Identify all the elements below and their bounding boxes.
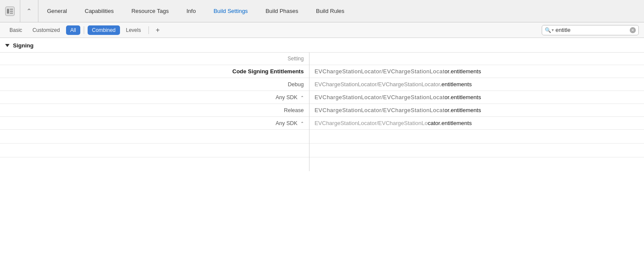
filter-levels-button[interactable]: Levels xyxy=(122,25,145,35)
svg-rect-0 xyxy=(7,9,9,13)
empty-row-3 xyxy=(0,157,644,171)
signing-collapse-icon[interactable] xyxy=(5,44,9,47)
main-content: Signing Setting Code Signing Entitlement… xyxy=(0,38,644,171)
col-value-header xyxy=(309,53,644,65)
tab-build-phases[interactable]: Build Phases xyxy=(257,0,307,22)
row-code-signing-value[interactable]: EVChargeStationLocator/EVChargeStationLo… xyxy=(309,65,644,78)
row-release-anysdk-value[interactable]: EVChargeStationLocator/EVChargeStationLo… xyxy=(309,117,644,130)
filter-divider xyxy=(84,26,84,34)
settings-table: Setting Code Signing Entitlements EVChar… xyxy=(0,53,644,171)
search-clear-button[interactable]: ✕ xyxy=(630,27,636,33)
svg-rect-2 xyxy=(10,11,13,12)
table-row: Any SDK ⌃ EVChargeStationLocator/EVCharg… xyxy=(0,91,644,104)
row-debug-anysdk-label: Any SDK ⌃ xyxy=(0,91,309,104)
table-row: Any SDK ⌃ EVChargeStationLocator/EVCharg… xyxy=(0,117,644,130)
filter-customized-button[interactable]: Customized xyxy=(28,25,64,35)
tab-build-settings[interactable]: Build Settings xyxy=(205,0,257,22)
nav-arrows[interactable]: ⌃ xyxy=(20,0,38,22)
search-input[interactable] xyxy=(556,27,628,33)
top-nav-bar: ⌃ General Capabilities Resource Tags Inf… xyxy=(0,0,644,22)
tab-general[interactable]: General xyxy=(38,0,76,22)
row-debug-anysdk-value[interactable]: EVChargeStationLocator/EVChargeStationLo… xyxy=(309,91,644,104)
filter-divider-2 xyxy=(148,26,149,34)
filter-basic-button[interactable]: Basic xyxy=(5,25,26,35)
signing-section-header: Signing xyxy=(0,38,644,53)
table-row: Code Signing Entitlements EVChargeStatio… xyxy=(0,65,644,78)
table-row: Release EVChargeStationLocator/EVChargeS… xyxy=(0,104,644,117)
empty-row-2 xyxy=(0,144,644,157)
empty-row-1 xyxy=(0,130,644,144)
row-debug-label: Debug xyxy=(0,78,309,91)
svg-rect-1 xyxy=(10,9,13,9)
sidebar-toggle-button[interactable] xyxy=(5,6,15,16)
row-release-label: Release xyxy=(0,104,309,117)
nav-left-icons xyxy=(0,0,20,22)
filter-add-button[interactable]: + xyxy=(152,25,163,35)
tab-capabilities[interactable]: Capabilities xyxy=(76,0,123,22)
tab-info[interactable]: Info xyxy=(178,0,205,22)
search-box: 🔍 ▾ ✕ xyxy=(542,25,639,35)
row-debug-value[interactable]: EVChargeStationLocator/EVChargeStationLo… xyxy=(309,78,644,91)
row-release-value[interactable]: EVChargeStationLocator/EVChargeStationLo… xyxy=(309,104,644,117)
row-code-signing-label: Code Signing Entitlements xyxy=(0,65,309,78)
nav-tabs: General Capabilities Resource Tags Info … xyxy=(38,0,644,22)
svg-rect-3 xyxy=(10,13,13,13)
row-release-anysdk-label: Any SDK ⌃ xyxy=(0,117,309,130)
filter-all-button[interactable]: All xyxy=(66,25,80,35)
filter-bar: Basic Customized All Combined Levels + 🔍… xyxy=(0,22,644,38)
search-scope-indicator[interactable]: 🔍 ▾ xyxy=(545,27,554,33)
filter-combined-button[interactable]: Combined xyxy=(88,25,120,35)
tab-resource-tags[interactable]: Resource Tags xyxy=(123,0,177,22)
tab-build-rules[interactable]: Build Rules xyxy=(307,0,354,22)
table-row: Debug EVChargeStationLocator/EVChargeSta… xyxy=(0,78,644,91)
col-setting-header: Setting xyxy=(0,53,309,65)
signing-section-label: Signing xyxy=(13,42,34,49)
table-header-row: Setting xyxy=(0,53,644,65)
any-sdk-stepper-icon-2[interactable]: ⌃ xyxy=(300,121,304,126)
any-sdk-stepper-icon[interactable]: ⌃ xyxy=(300,95,304,100)
